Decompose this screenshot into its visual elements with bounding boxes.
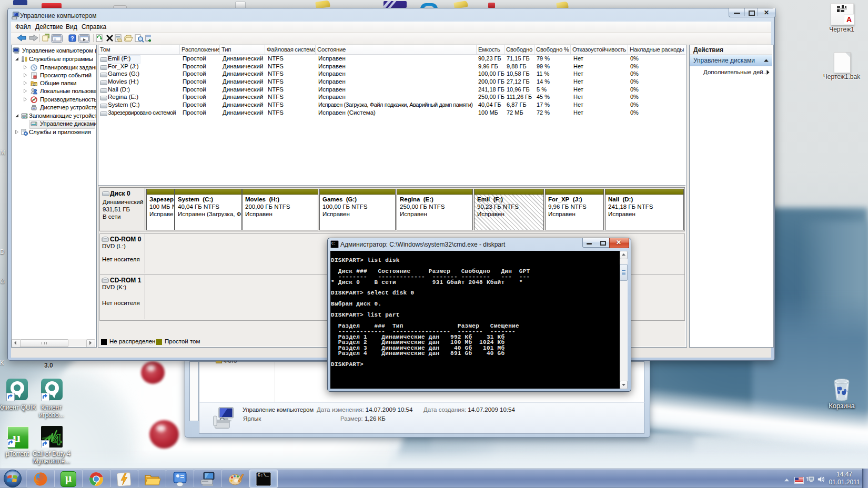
svg-text:4: 4 [53, 431, 62, 448]
svg-text:22: 22 [33, 83, 36, 86]
svg-text:?: ? [70, 35, 74, 42]
